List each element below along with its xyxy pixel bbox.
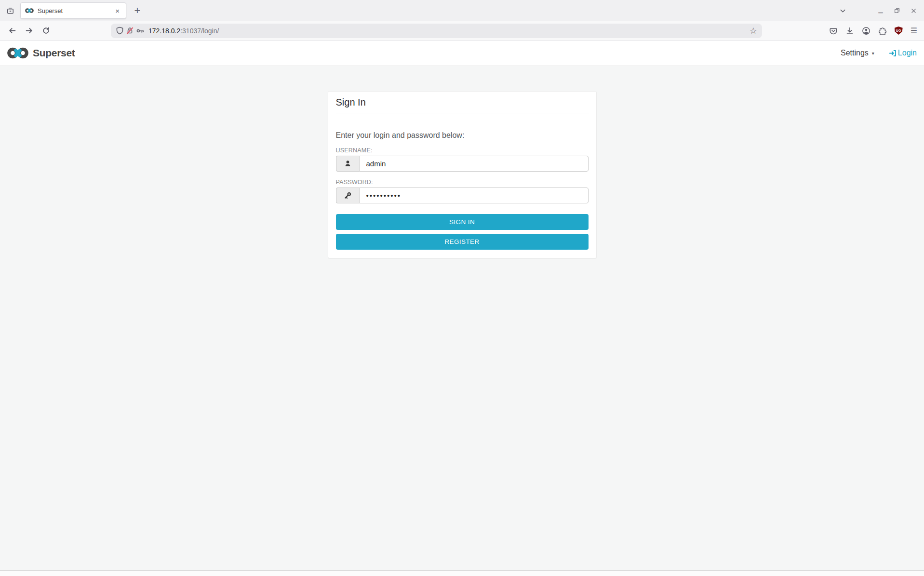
page-footer <box>0 570 924 576</box>
ublock-label: UO <box>896 29 901 32</box>
tab-title: Superset <box>38 7 113 14</box>
browser-window: Superset × + – <box>0 0 924 576</box>
close-icon <box>911 8 917 14</box>
caret-down-icon: ▾ <box>872 51 874 56</box>
settings-menu[interactable]: Settings ▾ <box>841 49 874 57</box>
button-group: SIGN IN REGISTER <box>336 214 589 250</box>
password-input-group <box>336 188 589 203</box>
username-label: USERNAME: <box>336 147 589 154</box>
password-input[interactable] <box>360 188 589 203</box>
tab-superset[interactable]: Superset × <box>20 2 126 19</box>
saved-login-key-icon[interactable] <box>136 27 145 35</box>
ublock-origin-icon[interactable]: UO <box>895 27 903 35</box>
reload-icon <box>42 27 50 35</box>
forward-button[interactable] <box>22 24 36 38</box>
navigation-toolbar: 172.18.0.2:31037/login/ ☆ <box>0 21 924 40</box>
username-addon <box>336 156 360 172</box>
bookmark-star-icon[interactable]: ☆ <box>750 26 757 36</box>
login-label: Login <box>898 49 917 57</box>
url-bar[interactable]: 172.18.0.2:31037/login/ ☆ <box>111 24 762 38</box>
sign-in-arrow-icon <box>889 49 898 57</box>
back-button[interactable] <box>5 24 19 38</box>
person-icon <box>344 160 352 168</box>
superset-brand[interactable]: Superset <box>7 46 75 60</box>
tab-close-icon[interactable]: × <box>113 6 121 15</box>
firefox-view-icon <box>6 7 14 15</box>
window-controls: – <box>874 4 920 17</box>
maximize-button[interactable] <box>890 4 904 17</box>
superset-logo-icon <box>7 46 28 60</box>
extensions-puzzle-icon[interactable] <box>878 27 887 35</box>
title-divider <box>336 113 589 113</box>
firefox-view-button[interactable] <box>3 3 17 18</box>
menu-hamburger-icon[interactable]: ☰ <box>911 26 917 35</box>
url-text[interactable]: 172.18.0.2:31037/login/ <box>148 27 219 35</box>
sign-in-button[interactable]: SIGN IN <box>336 214 589 230</box>
card-title: Sign In <box>336 97 589 108</box>
list-all-tabs-button[interactable] <box>835 3 850 18</box>
chevron-down-icon <box>839 7 846 14</box>
login-link[interactable]: Login <box>889 49 917 57</box>
insecure-lock-icon[interactable] <box>126 27 134 35</box>
toolbar-actions: UO ☰ <box>762 26 919 35</box>
back-arrow-icon <box>8 27 16 35</box>
tab-bar: Superset × + – <box>0 0 924 21</box>
page-content: Sign In Enter your login and password be… <box>0 66 924 570</box>
register-button[interactable]: REGISTER <box>336 234 589 250</box>
pocket-icon[interactable] <box>829 27 838 35</box>
forward-arrow-icon <box>25 27 33 35</box>
tracking-protection-shield-icon[interactable] <box>116 27 124 35</box>
minimize-button[interactable]: – <box>874 4 887 17</box>
password-label: PASSWORD: <box>336 179 589 186</box>
superset-header: Superset Settings ▾ Login <box>0 40 924 66</box>
superset-favicon-icon <box>25 8 34 13</box>
close-window-button[interactable] <box>907 4 920 17</box>
download-icon[interactable] <box>845 27 854 35</box>
minimize-icon: – <box>878 8 883 16</box>
sign-in-card: Sign In Enter your login and password be… <box>328 91 597 258</box>
url-host: 172.18.0.2 <box>148 27 180 35</box>
account-icon[interactable] <box>862 27 870 35</box>
restore-icon <box>894 7 900 14</box>
new-tab-button[interactable]: + <box>130 3 145 18</box>
nav-buttons <box>5 24 53 38</box>
password-addon <box>336 188 360 203</box>
url-path: :31037/login/ <box>180 27 219 35</box>
settings-label: Settings <box>841 49 869 57</box>
instruction-text: Enter your login and password below: <box>336 131 589 140</box>
key-icon <box>344 191 352 200</box>
brand-name: Superset <box>33 47 75 59</box>
username-input-group <box>336 156 589 172</box>
username-input[interactable] <box>360 156 589 172</box>
reload-button[interactable] <box>39 24 53 38</box>
